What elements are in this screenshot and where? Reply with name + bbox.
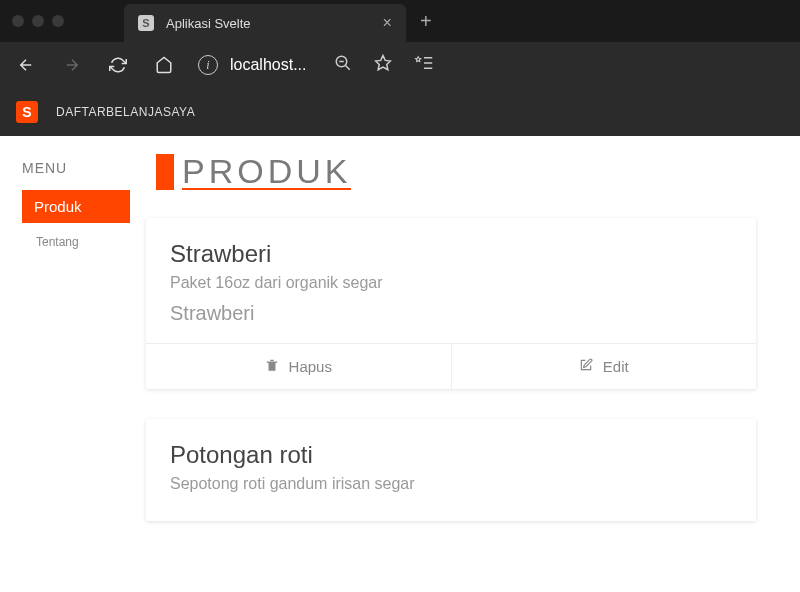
edit-icon (579, 358, 593, 375)
close-dot[interactable] (12, 15, 24, 27)
maximize-dot[interactable] (52, 15, 64, 27)
reload-button[interactable] (106, 56, 130, 74)
app-header: S DAFTARBELANJASAYA (0, 88, 800, 136)
product-subtitle: Sepotong roti gandum irisan segar (170, 475, 732, 493)
favorite-icon[interactable] (374, 54, 392, 76)
forward-button[interactable] (60, 56, 84, 74)
page-heading: PRODUK (156, 154, 756, 190)
main-content: PRODUK Strawberi Paket 16oz dari organik… (140, 136, 800, 592)
svg-marker-4 (416, 57, 421, 62)
heading-accent (156, 154, 174, 190)
close-tab-icon[interactable]: × (383, 14, 392, 32)
product-extra: Strawberi (170, 302, 732, 325)
back-button[interactable] (14, 56, 38, 74)
menu-heading: MENU (22, 160, 130, 176)
new-tab-button[interactable]: + (420, 10, 432, 33)
browser-toolbar: i localhost... (0, 42, 800, 88)
svg-marker-3 (376, 56, 391, 70)
minimize-dot[interactable] (32, 15, 44, 27)
tab-favicon: S (138, 15, 154, 31)
url-text: localhost... (230, 56, 306, 74)
favorites-list-icon[interactable] (414, 54, 434, 76)
product-subtitle: Paket 16oz dari organik segar (170, 274, 732, 292)
sidebar-item-produk[interactable]: Produk (22, 190, 130, 223)
heading-text: PRODUK (182, 154, 351, 190)
window-controls (12, 15, 64, 27)
product-title: Potongan roti (170, 441, 732, 469)
trash-icon (265, 358, 279, 375)
zoom-out-icon[interactable] (334, 54, 352, 76)
browser-tab[interactable]: S Aplikasi Svelte × (124, 4, 406, 42)
app-logo[interactable]: S (16, 101, 38, 123)
address-bar[interactable]: i localhost... (198, 55, 306, 75)
product-title: Strawberi (170, 240, 732, 268)
home-button[interactable] (152, 56, 176, 74)
sidebar-item-tentang[interactable]: Tentang (22, 227, 130, 257)
delete-button[interactable]: Hapus (146, 344, 452, 389)
sidebar: MENU Produk Tentang (0, 136, 140, 592)
edit-label: Edit (603, 358, 629, 375)
svg-line-1 (346, 65, 351, 70)
edit-button[interactable]: Edit (452, 344, 757, 389)
site-info-icon[interactable]: i (198, 55, 218, 75)
delete-label: Hapus (289, 358, 332, 375)
product-card: Potongan roti Sepotong roti gandum irisa… (146, 419, 756, 521)
app-title: DAFTARBELANJASAYA (56, 105, 195, 119)
browser-titlebar: S Aplikasi Svelte × + (0, 0, 800, 42)
product-card: Strawberi Paket 16oz dari organik segar … (146, 218, 756, 389)
sidebar-item-label: Produk (34, 198, 82, 215)
sidebar-item-label: Tentang (36, 235, 79, 249)
tab-title: Aplikasi Svelte (166, 16, 251, 31)
